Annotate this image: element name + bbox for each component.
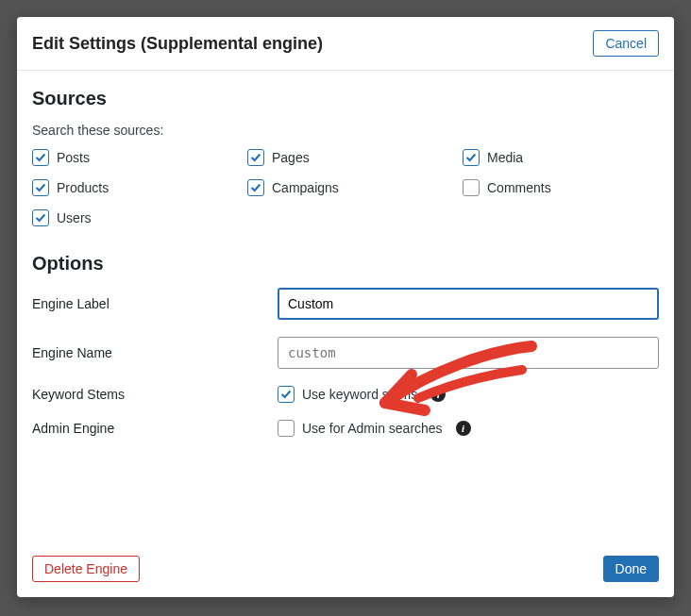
source-label: Pages xyxy=(272,150,310,165)
checkbox-admin-engine[interactable] xyxy=(278,420,295,437)
sources-grid: Posts Pages Media Products Campaigns Com… xyxy=(32,149,659,226)
admin-engine-cb-label: Use for Admin searches xyxy=(302,421,443,436)
source-label: Campaigns xyxy=(272,180,339,195)
delete-engine-button[interactable]: Delete Engine xyxy=(32,556,140,582)
modal-title: Edit Settings (Supplemental engine) xyxy=(32,34,323,54)
checkbox-users[interactable] xyxy=(32,209,49,226)
engine-name-input[interactable] xyxy=(278,337,659,369)
source-label: Media xyxy=(487,150,523,165)
modal-header: Edit Settings (Supplemental engine) Canc… xyxy=(17,17,674,71)
keyword-stems-cb-label: Use keyword stems xyxy=(302,387,417,402)
keyword-stems-control: Use keyword stems i xyxy=(278,386,659,403)
source-item-users: Users xyxy=(32,209,228,226)
checkbox-keyword-stems[interactable] xyxy=(278,386,295,403)
keyword-stems-label: Keyword Stems xyxy=(32,387,278,402)
source-label: Products xyxy=(57,180,109,195)
option-row-engine-name: Engine Name xyxy=(32,337,659,369)
options-heading: Options xyxy=(32,253,659,275)
source-label: Posts xyxy=(57,150,90,165)
info-icon[interactable]: i xyxy=(430,387,446,402)
sources-heading: Sources xyxy=(32,88,659,109)
source-label: Users xyxy=(57,210,92,225)
checkbox-campaigns[interactable] xyxy=(247,179,264,196)
option-row-keyword-stems: Keyword Stems Use keyword stems i xyxy=(32,386,659,403)
checkbox-media[interactable] xyxy=(463,149,480,166)
edit-settings-modal: Edit Settings (Supplemental engine) Canc… xyxy=(17,17,674,597)
checkbox-products[interactable] xyxy=(32,179,49,196)
checkbox-pages[interactable] xyxy=(247,149,264,166)
sources-subtitle: Search these sources: xyxy=(32,123,659,138)
option-row-admin-engine: Admin Engine Use for Admin searches i xyxy=(32,420,659,437)
engine-label-label: Engine Label xyxy=(32,296,278,311)
modal-footer: Delete Engine Done xyxy=(17,544,674,597)
engine-name-label: Engine Name xyxy=(32,345,278,360)
cancel-button[interactable]: Cancel xyxy=(593,30,659,57)
source-item-media: Media xyxy=(463,149,659,166)
source-item-pages: Pages xyxy=(247,149,444,166)
engine-label-input[interactable] xyxy=(278,288,659,320)
done-button[interactable]: Done xyxy=(603,556,659,582)
source-item-posts: Posts xyxy=(32,149,228,166)
checkbox-posts[interactable] xyxy=(32,149,49,166)
source-item-products: Products xyxy=(32,179,228,196)
source-item-comments: Comments xyxy=(463,179,659,196)
source-label: Comments xyxy=(487,180,551,195)
checkbox-comments[interactable] xyxy=(463,179,480,196)
option-row-engine-label: Engine Label xyxy=(32,288,659,320)
modal-body: Sources Search these sources: Posts Page… xyxy=(17,71,674,544)
admin-engine-label: Admin Engine xyxy=(32,421,278,436)
admin-engine-control: Use for Admin searches i xyxy=(278,420,659,437)
options-section: Options Engine Label Engine Name Keyword… xyxy=(32,253,659,437)
info-icon[interactable]: i xyxy=(456,421,471,436)
source-item-campaigns: Campaigns xyxy=(247,179,444,196)
